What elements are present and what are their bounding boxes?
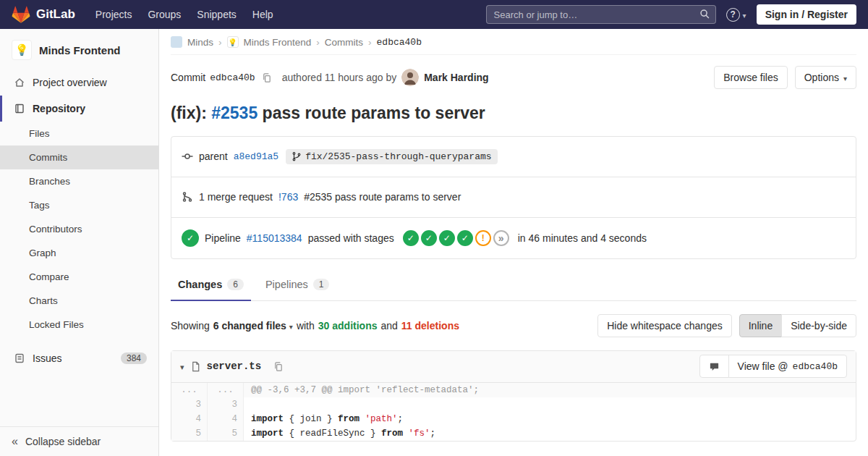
merge-request-title: #2535 pass route params to server bbox=[304, 191, 461, 203]
stage-success-icon[interactable] bbox=[439, 230, 455, 246]
tab-label: Changes bbox=[178, 279, 222, 290]
commit-author-link[interactable]: Mark Harding bbox=[424, 72, 488, 83]
showing-label: Showing bbox=[171, 320, 210, 332]
copy-sha-button[interactable] bbox=[261, 72, 272, 83]
pipeline-mini-graph bbox=[403, 230, 509, 246]
breadcrumb-group-link[interactable]: Minds bbox=[187, 37, 213, 48]
additions-count: 30 additions bbox=[318, 320, 378, 332]
breadcrumb-project-link[interactable]: Minds Frontend bbox=[244, 37, 312, 48]
browse-files-button[interactable]: Browse files bbox=[714, 66, 787, 89]
project-header[interactable]: 💡 Minds Frontend bbox=[0, 29, 158, 69]
sidebar-item-issues[interactable]: Issues 384 bbox=[0, 345, 158, 371]
view-file-button[interactable]: View file @ edbca40b bbox=[728, 355, 847, 378]
project-sidebar: 💡 Minds Frontend Project overview Reposi… bbox=[0, 29, 159, 456]
collapse-label: Collapse sidebar bbox=[25, 436, 101, 447]
commit-label: Commit bbox=[171, 72, 205, 83]
breadcrumb-separator bbox=[218, 37, 222, 48]
commit-tabs: Changes 6 Pipelines 1 bbox=[171, 269, 856, 301]
sidebar-item-label: Issues bbox=[33, 352, 61, 364]
diff-file-card: server.ts View file @ edbca40b bbox=[171, 350, 856, 442]
question-icon bbox=[726, 8, 740, 22]
commit-meta-row: Commit edbca40b authored 11 hours ago by… bbox=[171, 55, 856, 89]
view-file-sha: edbca40b bbox=[793, 361, 838, 372]
side-by-side-view-button[interactable]: Side-by-side bbox=[781, 314, 856, 337]
main-content: Minds 💡 Minds Frontend Commits edbca40b … bbox=[159, 29, 868, 442]
pipelines-count-badge: 1 bbox=[313, 279, 330, 290]
merge-request-link[interactable]: !763 bbox=[278, 191, 298, 203]
sidebar-subitem-contributors[interactable]: Contributors bbox=[0, 217, 158, 241]
stage-warning-icon[interactable] bbox=[475, 230, 491, 246]
new-line-number[interactable]: 3 bbox=[208, 397, 244, 412]
nav-item-snippets[interactable]: Snippets bbox=[197, 9, 236, 20]
commit-authored-text: authored 11 hours ago by bbox=[282, 72, 397, 83]
changes-count-badge: 6 bbox=[227, 279, 244, 290]
merge-request-count: 1 merge request bbox=[199, 191, 273, 203]
diff-file-name: server.ts bbox=[207, 360, 262, 372]
tab-changes[interactable]: Changes 6 bbox=[171, 269, 251, 301]
changed-files-label: 6 changed files bbox=[213, 320, 286, 332]
collapse-sidebar-button[interactable]: Collapse sidebar bbox=[0, 426, 158, 456]
sidebar-subitem-branches[interactable]: Branches bbox=[0, 169, 158, 193]
sidebar-item-label: Project overview bbox=[33, 77, 107, 88]
diff-file-header: server.ts View file @ edbca40b bbox=[171, 351, 856, 383]
merge-icon bbox=[182, 191, 193, 203]
chevron-down-icon bbox=[843, 72, 847, 83]
breadcrumb-current-sha: edbca40b bbox=[377, 37, 422, 48]
stage-skipped-icon[interactable] bbox=[493, 230, 509, 246]
help-dropdown[interactable] bbox=[726, 8, 746, 22]
branch-ref-pill[interactable]: fix/2535-pass-through-queryparams bbox=[286, 149, 497, 164]
tab-pipelines[interactable]: Pipelines 1 bbox=[258, 269, 337, 301]
comment-icon bbox=[709, 361, 720, 372]
nav-item-help[interactable]: Help bbox=[252, 9, 273, 20]
sidebar-subitem-files[interactable]: Files bbox=[0, 122, 158, 145]
parent-row: parent a8ed91a5 fix/2535-pass-through-qu… bbox=[171, 137, 856, 177]
stage-success-icon[interactable] bbox=[457, 230, 473, 246]
search-icon[interactable] bbox=[699, 9, 710, 20]
sidebar-subitem-charts[interactable]: Charts bbox=[0, 289, 158, 313]
issue-link[interactable]: #2535 bbox=[211, 104, 258, 122]
old-line-number[interactable]: 4 bbox=[171, 412, 208, 426]
sidebar-subitem-graph[interactable]: Graph bbox=[0, 241, 158, 265]
nav-item-groups[interactable]: Groups bbox=[148, 9, 181, 20]
sidebar-subitem-tags[interactable]: Tags bbox=[0, 193, 158, 217]
sidebar-subitem-compare[interactable]: Compare bbox=[0, 265, 158, 289]
old-line-number[interactable]: 5 bbox=[171, 426, 208, 441]
changed-files-dropdown[interactable]: 6 changed files bbox=[213, 320, 293, 332]
pipeline-duration: in 46 minutes and 4 seconds bbox=[518, 232, 647, 244]
sidebar-item-project-overview[interactable]: Project overview bbox=[0, 69, 158, 96]
pipeline-label: Pipeline bbox=[205, 232, 241, 244]
project-avatar: 💡 bbox=[12, 40, 32, 60]
parent-sha-link[interactable]: a8ed91a5 bbox=[234, 151, 278, 162]
gitlab-logo[interactable]: GitLab bbox=[12, 6, 75, 24]
sidebar-subitem-commits[interactable]: Commits bbox=[0, 145, 158, 169]
options-button[interactable]: Options bbox=[795, 66, 856, 89]
title-rest: pass route params to server bbox=[258, 104, 485, 122]
breadcrumb-separator bbox=[316, 37, 320, 48]
new-line-number[interactable]: 5 bbox=[208, 426, 244, 441]
old-line-number[interactable]: 3 bbox=[171, 397, 208, 412]
sidebar-item-label: Repository bbox=[33, 103, 85, 114]
pipeline-link[interactable]: #115013384 bbox=[247, 232, 302, 244]
new-line-number[interactable]: 4 bbox=[208, 412, 244, 426]
sidebar-subitem-locked-files[interactable]: Locked Files bbox=[0, 313, 158, 337]
code-line: import { readFileSync } from 'fs'; bbox=[244, 426, 856, 441]
diff-table: ... ... @@ -3,6 +3,7 @@ import 'reflect-… bbox=[171, 383, 856, 441]
breadcrumb-commits-link[interactable]: Commits bbox=[325, 37, 363, 48]
signin-button[interactable]: Sign in / Register bbox=[757, 4, 856, 25]
search-input[interactable] bbox=[486, 5, 716, 24]
project-avatar-small: 💡 bbox=[227, 36, 239, 48]
sidebar-item-repository[interactable]: Repository bbox=[0, 96, 158, 122]
view-file-label: View file @ bbox=[738, 360, 788, 372]
hide-whitespace-button[interactable]: Hide whitespace changes bbox=[597, 314, 732, 337]
toggle-comments-button[interactable] bbox=[699, 355, 729, 378]
collapse-diff-button[interactable] bbox=[180, 360, 184, 372]
copy-filename-button[interactable] bbox=[273, 361, 284, 372]
breadcrumb-separator bbox=[368, 37, 372, 48]
global-search bbox=[486, 5, 716, 24]
stage-success-icon[interactable] bbox=[403, 230, 419, 246]
nav-item-projects[interactable]: Projects bbox=[95, 9, 132, 20]
group-avatar bbox=[171, 36, 182, 48]
stage-success-icon[interactable] bbox=[421, 230, 437, 246]
inline-view-button[interactable]: Inline bbox=[739, 314, 782, 337]
double-chevron-left-icon bbox=[12, 436, 18, 447]
